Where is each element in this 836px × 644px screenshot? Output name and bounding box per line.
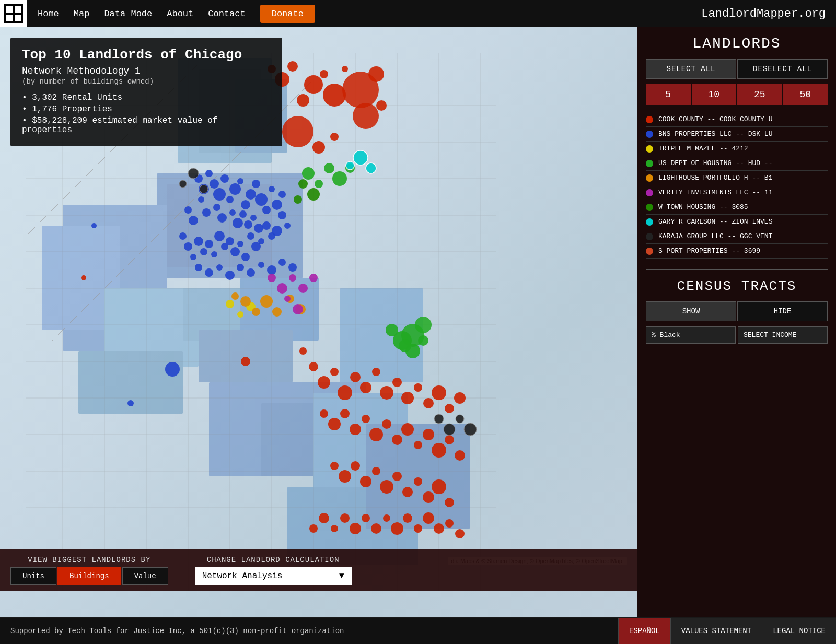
site-title: LandlordMapper.org xyxy=(701,7,826,20)
landlord-name: LIGHTHOUSE PORTFOLIO H -- B1 xyxy=(658,174,828,182)
list-item[interactable]: GARY R CARLSON -- ZION INVES xyxy=(646,215,828,229)
nav-map[interactable]: Map xyxy=(74,9,90,19)
calc-dropdown[interactable]: Network Analysis ▼ xyxy=(195,567,352,585)
bottom-bar: VIEW BIGGEST LANDLORDS BY Units Building… xyxy=(0,549,637,591)
list-item[interactable]: S PORT PROPERTIES -- 3699 xyxy=(646,244,828,259)
nav-links: Home Map Data Mode About Contact Donate xyxy=(27,5,326,23)
info-stats: 3,302 Rental Units 1,776 Properties $58,… xyxy=(22,93,271,135)
landlord-name: BNS PROPERTIES LLC -- DSK LU xyxy=(658,130,828,138)
deselect-all-button[interactable]: DESELECT ALL xyxy=(737,59,828,79)
landlord-name: GARY R CARLSON -- ZION INVES xyxy=(658,218,828,226)
show-button[interactable]: SHOW xyxy=(646,301,736,321)
income-dropdown[interactable]: SELECT INCOMELow IncomeMedium IncomeHigh… xyxy=(738,326,828,344)
list-item[interactable]: BNS PROPERTIES LLC -- DSK LU xyxy=(646,127,828,142)
calc-selected-value: Network Analysis xyxy=(202,571,283,581)
info-subtitle2: (by number of buildings owned) xyxy=(22,77,271,86)
list-item[interactable]: W TOWN HOUSING -- 3085 xyxy=(646,200,828,215)
number-row: 5 10 25 50 xyxy=(646,84,828,105)
landlord-name: W TOWN HOUSING -- 3085 xyxy=(658,203,828,211)
dropdown-row: % Black% White% Hispanic% Asian SELECT I… xyxy=(646,326,828,344)
landlord-dot xyxy=(646,204,653,211)
num-5-button[interactable]: 5 xyxy=(646,84,691,105)
view-by-label: VIEW BIGGEST LANDLORDS BY xyxy=(10,556,168,564)
show-hide-row: SHOW HIDE xyxy=(646,301,828,321)
footer-text: Supported by Tech Tools for Justice Inc,… xyxy=(0,627,618,635)
value-button[interactable]: Value xyxy=(122,567,168,585)
svg-rect-4 xyxy=(15,15,21,21)
stat-value: $58,228,209 estimated market value of pr… xyxy=(22,116,271,135)
landlord-dot xyxy=(646,116,653,123)
nav-contact[interactable]: Contact xyxy=(208,9,245,19)
view-by-section: VIEW BIGGEST LANDLORDS BY Units Building… xyxy=(0,556,179,585)
landlord-dot xyxy=(646,174,653,182)
num-10-button[interactable]: 10 xyxy=(692,84,737,105)
change-calc-section: CHANGE LANDLORD CALCULATION Network Anal… xyxy=(179,556,367,585)
landlord-name: TRIPLE M MAZEL -- 4212 xyxy=(658,145,828,153)
navbar: Home Map Data Mode About Contact Donate … xyxy=(0,0,836,27)
list-item[interactable]: TRIPLE M MAZEL -- 4212 xyxy=(646,142,828,156)
map-area[interactable]: Top 10 Landlords of Chicago Network Meth… xyxy=(0,27,637,617)
info-title: Top 10 Landlords of Chicago xyxy=(22,47,271,63)
values-statement-button[interactable]: VALUES STATEMENT xyxy=(670,618,762,644)
landlord-name: S PORT PROPERTIES -- 3699 xyxy=(658,247,828,255)
buildings-button[interactable]: Buildings xyxy=(57,567,121,585)
svg-rect-3 xyxy=(6,15,13,21)
num-25-button[interactable]: 25 xyxy=(737,84,782,105)
landlord-dot xyxy=(646,145,653,153)
nav-about[interactable]: About xyxy=(167,9,193,19)
landlord-dot xyxy=(646,218,653,226)
info-subtitle: Network Methodology 1 xyxy=(22,66,271,76)
stat-units: 3,302 Rental Units xyxy=(22,93,271,102)
info-box: Top 10 Landlords of Chicago Network Meth… xyxy=(10,38,282,146)
landlord-dot xyxy=(646,131,653,138)
change-calc-label: CHANGE LANDLORD CALCULATION xyxy=(195,556,352,564)
landlord-dot xyxy=(646,248,653,255)
svg-rect-1 xyxy=(6,6,13,13)
list-item[interactable]: US DEPT OF HOUSING -- HUD -- xyxy=(646,156,828,171)
landlord-list: COOK COUNTY -- COOK COUNTY UBNS PROPERTI… xyxy=(646,112,828,259)
list-item[interactable]: KARAJA GROUP LLC -- GGC VENT xyxy=(646,229,828,244)
list-item[interactable]: LIGHTHOUSE PORTFOLIO H -- B1 xyxy=(646,171,828,185)
legal-notice-button[interactable]: LEGAL NOTICE xyxy=(762,618,836,644)
nav-data-mode[interactable]: Data Mode xyxy=(104,9,152,19)
stat-properties: 1,776 Properties xyxy=(22,104,271,114)
svg-rect-2 xyxy=(15,6,21,13)
landlord-name: VERITY INVESTMENTS LLC -- 11 xyxy=(658,189,828,196)
view-by-buttons: Units Buildings Value xyxy=(10,567,168,585)
num-50-button[interactable]: 50 xyxy=(783,84,828,105)
census-title: CENSUS TRACTS xyxy=(646,278,828,294)
landlord-name: KARAJA GROUP LLC -- GGC VENT xyxy=(658,232,828,240)
hide-button[interactable]: HIDE xyxy=(737,301,828,321)
landlords-section: LANDLORDS SELECT ALL DESELECT ALL 5 10 2… xyxy=(637,27,836,352)
landlord-name: COOK COUNTY -- COOK COUNTY U xyxy=(658,115,828,123)
select-row: SELECT ALL DESELECT ALL xyxy=(646,59,828,79)
right-panel: LANDLORDS SELECT ALL DESELECT ALL 5 10 2… xyxy=(637,27,836,617)
nav-home[interactable]: Home xyxy=(38,9,59,19)
landlord-name: US DEPT OF HOUSING -- HUD -- xyxy=(658,159,828,167)
landlord-dot xyxy=(646,233,653,240)
list-item[interactable]: VERITY INVESTMENTS LLC -- 11 xyxy=(646,185,828,200)
espanol-button[interactable]: ESPAÑOL xyxy=(618,618,670,644)
list-item[interactable]: COOK COUNTY -- COOK COUNTY U xyxy=(646,112,828,127)
select-all-button[interactable]: SELECT ALL xyxy=(646,59,736,79)
donate-button[interactable]: Donate xyxy=(260,5,315,23)
census-section: CENSUS TRACTS SHOW HIDE % Black% White% … xyxy=(646,269,828,344)
landlord-dot xyxy=(646,189,653,196)
site-logo[interactable] xyxy=(0,0,27,27)
landlord-dot xyxy=(646,160,653,167)
units-button[interactable]: Units xyxy=(10,567,56,585)
dropdown-arrow-icon: ▼ xyxy=(339,571,344,581)
footer: Supported by Tech Tools for Justice Inc,… xyxy=(0,618,836,644)
race-dropdown[interactable]: % Black% White% Hispanic% Asian xyxy=(646,326,736,344)
landlords-title: LANDLORDS xyxy=(646,36,828,52)
